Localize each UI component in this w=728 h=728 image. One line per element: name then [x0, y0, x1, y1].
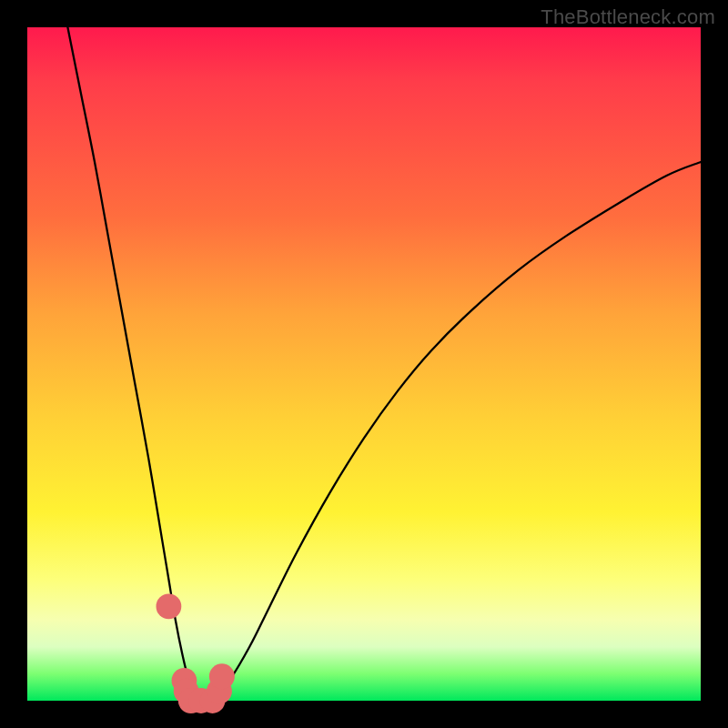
plot-area: [27, 27, 701, 701]
data-marker: [209, 663, 235, 689]
watermark-label: TheBottleneck.com: [541, 5, 715, 29]
data-marker: [157, 594, 182, 620]
bottleneck-curve: [27, 27, 701, 701]
chart-frame: TheBottleneck.com: [0, 0, 728, 728]
